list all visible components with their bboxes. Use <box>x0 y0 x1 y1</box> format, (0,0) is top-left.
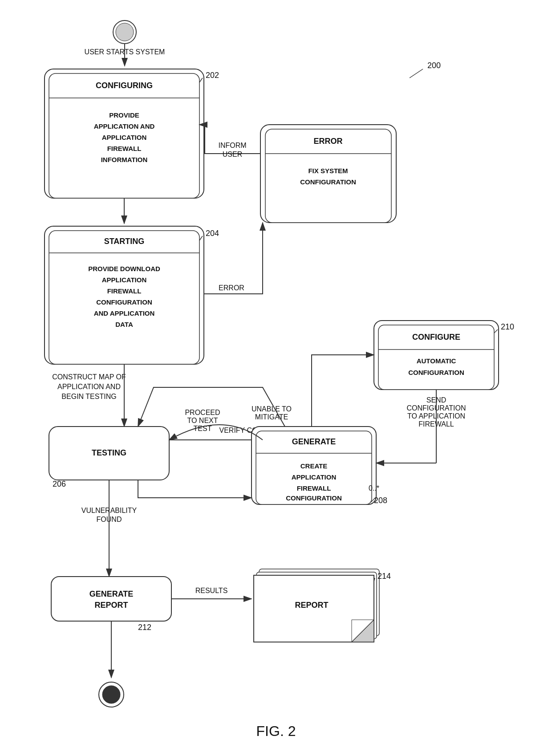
configuring-body-1: PROVIDE <box>109 111 139 119</box>
configuring-body-3: APPLICATION <box>102 134 147 141</box>
configure-body-1: AUTOMATIC <box>417 357 456 365</box>
construct-map-1: CONSTRUCT MAP OF <box>52 373 126 381</box>
proceed-next-1: PROCEED <box>185 409 220 416</box>
inform-user-label2: USER <box>223 150 242 158</box>
error-body-1: FIX SYSTEM <box>308 167 348 175</box>
construct-map-2: APPLICATION AND <box>57 383 121 390</box>
ref-212: 212 <box>138 623 151 632</box>
configuring-body-5: INFORMATION <box>101 156 148 163</box>
generate-report-header-1: GENERATE <box>89 589 134 598</box>
generate-report-node <box>51 577 171 621</box>
ref-210: 210 <box>501 322 514 331</box>
ref-208: 208 <box>374 496 387 505</box>
construct-map-3: BEGIN TESTING <box>61 393 116 400</box>
ref-206: 206 <box>53 480 66 488</box>
fig-label: FIG. 2 <box>256 723 296 739</box>
testing-header: TESTING <box>92 448 126 457</box>
starting-body-4: CONFIGURATION <box>96 298 152 306</box>
ref-200: 200 <box>427 61 441 70</box>
generate-body-4: CONFIGURATION <box>286 494 342 502</box>
starting-body-3: FIREWALL <box>107 287 142 295</box>
error-body-2: CONFIGURATION <box>300 178 356 186</box>
arrow-vulnerability <box>138 480 252 498</box>
generate-body-1: CREATE <box>300 462 328 470</box>
ref-204: 204 <box>206 229 219 238</box>
starting-body-2: APPLICATION <box>102 276 147 284</box>
configuring-header: CONFIGURING <box>96 81 153 90</box>
zero-star-label: 0..* <box>369 484 379 492</box>
starting-inner <box>49 231 199 364</box>
error-label: ERROR <box>219 284 244 292</box>
svg-line-2 <box>410 69 423 78</box>
ref-202: 202 <box>206 71 219 80</box>
diagram-container: 200 FIG. 2 USER STARTS SYSTEM CONFIGURIN… <box>0 0 552 756</box>
starting-body-1: PROVIDE DOWNLOAD <box>88 265 160 272</box>
end-circle-inner <box>102 686 120 703</box>
generate-body-3: FIREWALL <box>297 484 331 492</box>
report-header: REPORT <box>295 601 328 610</box>
unable-mitigate-2: MITIGATE <box>255 413 288 421</box>
generate-header: GENERATE <box>292 437 336 446</box>
generate-report-header-2: REPORT <box>94 601 128 610</box>
inform-user-label: INFORM <box>218 142 246 149</box>
ref-214: 214 <box>377 572 391 581</box>
proceed-next-3: TEST <box>194 425 212 432</box>
configure-header: CONFIGURE <box>412 333 460 341</box>
proceed-next-2: TO NEXT <box>187 417 218 424</box>
starting-body-6: DATA <box>115 321 133 328</box>
starting-header: STARTING <box>104 237 145 246</box>
arrow-inform-user <box>199 125 260 154</box>
starting-body-5: AND APPLICATION <box>94 309 155 317</box>
results-label: RESULTS <box>195 587 228 594</box>
configure-body-2: CONFIGURATION <box>408 369 464 376</box>
error-header: ERROR <box>313 137 342 146</box>
start-circle-inner <box>116 23 134 41</box>
unable-mitigate-1: UNABLE TO <box>252 405 292 413</box>
configuring-body-2: APPLICATION AND <box>94 122 155 130</box>
generate-body-2: APPLICATION <box>292 473 337 481</box>
configuring-body-4: FIREWALL <box>107 145 142 152</box>
